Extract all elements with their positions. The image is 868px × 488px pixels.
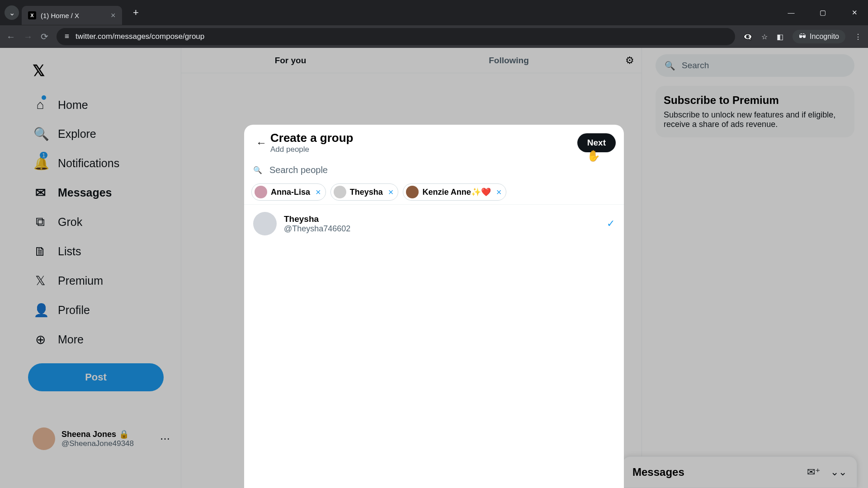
- tab-search-icon[interactable]: ⌄: [5, 5, 19, 20]
- page-root: 𝕏 ⌂ Home 🔍 Explore 🔔 Notifications 1 ✉ M…: [0, 48, 868, 488]
- selected-check-icon: ✓: [607, 218, 615, 230]
- url-box[interactable]: ≡ twitter.com/messages/compose/group: [57, 28, 735, 45]
- modal-title: Create a group: [270, 131, 354, 145]
- incognito-icon: 🕶: [799, 33, 806, 41]
- remove-chip-icon[interactable]: ×: [496, 187, 502, 197]
- side-panel-icon[interactable]: ◧: [777, 33, 783, 41]
- url-text: twitter.com/messages/compose/group: [75, 32, 204, 41]
- result-name: Theysha: [284, 214, 350, 224]
- back-button[interactable]: ←: [252, 134, 270, 152]
- maximize-icon[interactable]: ▢: [814, 9, 832, 17]
- reload-icon[interactable]: ⟳: [41, 31, 48, 42]
- result-avatar: [253, 212, 277, 235]
- eye-off-icon[interactable]: 👁‍🗨: [743, 33, 752, 41]
- minimize-icon[interactable]: —: [782, 9, 800, 17]
- person-chip[interactable]: Kenzie Anne✨❤️ ×: [403, 183, 506, 201]
- site-tune-icon[interactable]: ≡: [65, 32, 69, 41]
- search-people-input[interactable]: [269, 165, 615, 175]
- close-tab-icon[interactable]: ×: [111, 11, 116, 20]
- bookmark-star-icon[interactable]: ☆: [761, 33, 768, 41]
- search-result-row[interactable]: Theysha @Theysha746602 ✓: [244, 205, 624, 243]
- new-tab-button[interactable]: +: [129, 6, 143, 19]
- selected-people-chips: Anna-Lisa × Theysha × Kenzie Anne✨❤️ ×: [244, 180, 624, 205]
- next-button[interactable]: Next: [577, 133, 616, 152]
- chip-avatar: [334, 186, 346, 198]
- chip-name: Kenzie Anne✨❤️: [422, 187, 491, 197]
- person-chip[interactable]: Anna-Lisa ×: [251, 183, 326, 201]
- remove-chip-icon[interactable]: ×: [388, 187, 394, 197]
- tab-title: (1) Home / X: [41, 12, 79, 19]
- browser-tab[interactable]: X (1) Home / X ×: [22, 6, 122, 25]
- chip-name: Anna-Lisa: [271, 188, 310, 197]
- remove-chip-icon[interactable]: ×: [316, 187, 321, 197]
- modal-search: 🔍: [244, 160, 624, 180]
- address-bar: ← → ⟳ ≡ twitter.com/messages/compose/gro…: [0, 25, 868, 48]
- modal-subtitle: Add people: [270, 145, 354, 154]
- browser-menu-icon[interactable]: ⋮: [854, 33, 862, 41]
- chip-avatar: [406, 186, 419, 198]
- tab-favicon: X: [28, 11, 36, 19]
- close-window-icon[interactable]: ✕: [845, 9, 863, 17]
- create-group-modal: ← Create a group Add people Next 🔍 Anna-…: [244, 125, 624, 488]
- back-icon[interactable]: ←: [6, 32, 15, 42]
- window-controls: — ▢ ✕: [782, 9, 863, 17]
- forward-icon: →: [24, 32, 33, 42]
- chip-name: Theysha: [350, 188, 383, 197]
- modal-header: ← Create a group Add people Next: [244, 125, 624, 160]
- incognito-label: Incognito: [810, 33, 839, 41]
- person-chip[interactable]: Theysha ×: [330, 183, 399, 201]
- chip-avatar: [255, 186, 267, 198]
- search-icon: 🔍: [253, 166, 262, 174]
- browser-tab-strip: ⌄ X (1) Home / X × + — ▢ ✕: [0, 0, 868, 25]
- result-handle: @Theysha746602: [284, 224, 350, 234]
- incognito-indicator[interactable]: 🕶 Incognito: [793, 30, 845, 43]
